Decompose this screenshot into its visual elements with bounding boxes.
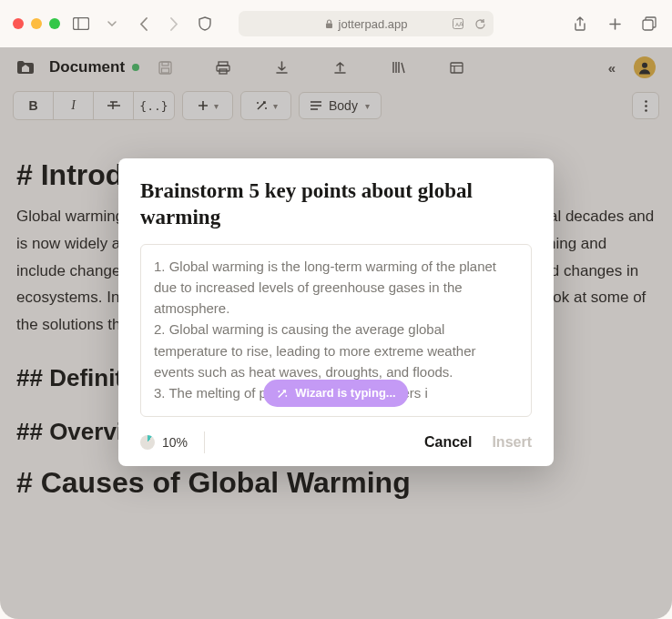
modal-footer: 10% Cancel Insert <box>140 431 532 453</box>
svg-rect-0 <box>74 18 89 30</box>
url-bar[interactable]: jotterpad.app ᴀA <box>239 11 494 36</box>
wand-icon <box>276 388 288 400</box>
usage-percent: 10% <box>162 435 188 450</box>
close-window[interactable] <box>13 18 24 29</box>
tabs-icon[interactable] <box>639 14 659 34</box>
wizard-modal: Brainstorm 5 key points about global war… <box>118 158 554 466</box>
chevron-down-icon[interactable] <box>102 14 122 34</box>
svg-rect-5 <box>643 20 653 30</box>
window-controls <box>13 18 60 29</box>
new-tab-icon[interactable] <box>605 14 625 34</box>
shield-icon[interactable] <box>195 14 215 34</box>
lock-icon <box>325 19 333 29</box>
svg-text:ᴀA: ᴀA <box>455 20 463 26</box>
browser-chrome: jotterpad.app ᴀA <box>0 0 672 47</box>
pie-icon <box>140 435 155 450</box>
url-text: jotterpad.app <box>339 17 408 31</box>
forward-icon[interactable] <box>164 14 184 34</box>
refresh-icon[interactable] <box>474 18 486 30</box>
modal-output: 1. Global warming is the long-term warmi… <box>140 244 532 418</box>
reader-icon[interactable]: ᴀA <box>453 18 469 30</box>
divider <box>204 431 205 453</box>
modal-title: Brainstorm 5 key points about global war… <box>140 178 532 231</box>
typing-badge: Wizard is typing... <box>263 380 408 407</box>
svg-point-28 <box>285 395 287 397</box>
cancel-button[interactable]: Cancel <box>424 434 472 451</box>
share-icon[interactable] <box>570 14 590 34</box>
usage-indicator: 10% <box>140 435 188 450</box>
svg-rect-2 <box>326 23 332 28</box>
back-icon[interactable] <box>133 14 153 34</box>
maximize-window[interactable] <box>49 18 60 29</box>
output-line-1: 1. Global warming is the long-term warmi… <box>154 256 518 320</box>
sidebar-toggle-icon[interactable] <box>71 14 91 34</box>
minimize-window[interactable] <box>31 18 42 29</box>
svg-point-27 <box>278 391 280 392</box>
insert-button[interactable]: Insert <box>492 434 532 451</box>
output-line-2: 2. Global warming is causing the average… <box>154 319 518 382</box>
